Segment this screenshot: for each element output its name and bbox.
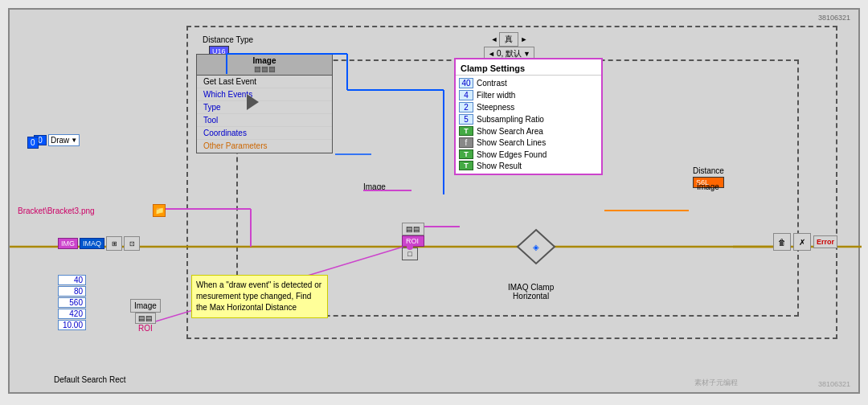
imaq-clamp-line1: IMAQ Clamp (508, 283, 554, 292)
filter-width-row: 4 Filter width (456, 89, 601, 101)
imaq-func-block-1[interactable]: ⊞ (106, 236, 122, 251)
filter-width-label: Filter width (477, 91, 515, 100)
bracket-png-icon: 📁 (153, 204, 166, 217)
contrast-value[interactable]: 40 (459, 78, 473, 88)
image-label-roi: Image (363, 182, 386, 191)
show-edges-found-row: T Show Edges Found (456, 149, 601, 160)
imaq-row: IMG IMAQ ⊞ ⊡ (58, 236, 140, 251)
image-label-inner: Image (130, 299, 161, 313)
distance-label: Distance (693, 166, 724, 175)
tool-item[interactable]: Tool (197, 114, 332, 127)
num-box-2[interactable]: 560 (58, 297, 86, 308)
image-block-header: Image ▤▤▤ (197, 55, 332, 76)
show-search-area-value[interactable]: T (459, 126, 473, 136)
num-box-1[interactable]: 80 (58, 286, 86, 297)
contrast-row: 40 Contrast (456, 77, 601, 89)
num-col: 40 80 560 420 10.00 (58, 275, 86, 330)
imaq-clamp-icon: ◈ (516, 228, 556, 265)
subsampling-value[interactable]: 5 (459, 114, 473, 125)
other-parameters-item[interactable]: Other Parameters (197, 140, 332, 153)
num-box-3[interactable]: 420 (58, 309, 86, 319)
bool-true-option[interactable]: ◄ 真 ► (491, 32, 528, 47)
tooltip-block: When a "draw event" is detected or mesur… (191, 275, 328, 318)
subsampling-label: Subsampling Ratio (477, 115, 544, 124)
left-connector-badge: 0 (27, 137, 39, 149)
show-search-area-row: T Show Search Area (456, 125, 601, 137)
watermark: 38106321 (818, 380, 850, 388)
show-search-lines-row: f Show Search Lines (456, 137, 601, 149)
dot-roi-wire (407, 242, 413, 252)
right-blocks: 🗑 ✗ Error (773, 233, 837, 251)
subsampling-row: 5 Subsampling Ratio (456, 113, 601, 125)
distance-type-label: Distance Type (203, 35, 253, 44)
which-events-item[interactable]: Which Events (197, 88, 332, 101)
file-path: Bracket\Bracket3.png (18, 207, 95, 215)
coordinates-item[interactable]: Coordinates (197, 127, 332, 140)
show-search-lines-value[interactable]: f (459, 137, 473, 148)
error-block: Error (813, 235, 837, 248)
main-container: 38106321 Distance Type U16 ◄ 真 ► ◄ 0, 默认… (8, 8, 860, 394)
roi-badge: ROI (402, 235, 424, 247)
imaq-func-block-2[interactable]: ⊡ (124, 236, 140, 251)
roi-label-pink: ROI (138, 324, 153, 333)
right-block-2[interactable]: ✗ (793, 233, 811, 251)
svg-text:◈: ◈ (533, 243, 539, 252)
filter-width-value[interactable]: 4 (459, 90, 473, 100)
steepness-row: 2 Steepness (456, 101, 601, 113)
pink-dot (407, 243, 413, 250)
show-result-label: Show Result (477, 162, 522, 170)
num-box-0[interactable]: 40 (58, 275, 86, 285)
dropdown-arrow-icon: ▼ (71, 137, 77, 144)
clamp-settings-title: Clamp Settings (456, 62, 601, 76)
draw-select[interactable]: Draw ▼ (48, 134, 80, 146)
search-rect-label: Default Search Rect (54, 375, 126, 384)
steepness-label: Steepness (477, 103, 514, 112)
type-item[interactable]: Type (197, 101, 332, 114)
show-search-area-label: Show Search Area (477, 127, 543, 136)
draw-select-label: Draw (51, 136, 69, 145)
bool-selector[interactable]: ◄ 真 ► ◄ 0, 默认 ▼ (484, 32, 534, 61)
image-event-block: Image ▤▤▤ Get Last Event Which Events Ty… (196, 54, 333, 153)
right-block-1[interactable]: 🗑 (773, 233, 791, 251)
image-label-right: Image (697, 182, 719, 191)
get-last-event-item[interactable]: Get Last Event (197, 76, 332, 88)
page-indicator: 38106321 (818, 14, 850, 22)
imaq-badge: IMAQ (80, 238, 104, 249)
clamp-settings-block: Clamp Settings 40 Contrast 4 Filter widt… (454, 58, 603, 175)
bool-true-value: 真 (499, 32, 518, 47)
show-edges-found-label: Show Edges Found (477, 150, 547, 159)
imaq-clamp-line2: Horizontal (508, 292, 554, 301)
image-roi-block: Image ▤▤ ROI (130, 299, 161, 333)
img-badge: IMG (58, 238, 78, 249)
draw-dropdown-area[interactable]: 0 Draw ▼ (34, 134, 80, 146)
site-watermark: 素材子元编程 (694, 378, 738, 388)
show-edges-found-value[interactable]: T (459, 149, 473, 159)
steepness-value[interactable]: 2 (459, 102, 473, 112)
num-box-4[interactable]: 10.00 (58, 320, 86, 330)
roi-center: ▤▤ ROI □ (402, 223, 424, 260)
contrast-label: Contrast (477, 79, 507, 88)
show-result-row: T Show Result (456, 160, 601, 171)
show-result-value[interactable]: T (459, 161, 473, 170)
imaq-clamp-label: IMAQ Clamp Horizontal (508, 283, 554, 301)
show-search-lines-label: Show Search Lines (477, 138, 546, 147)
